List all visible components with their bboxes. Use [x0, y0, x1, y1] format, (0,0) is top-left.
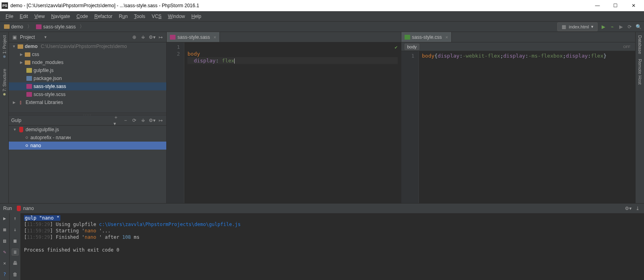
console-path[interactable]: c:\Users\zavvla\PhpstormProjects\demo\gu…	[99, 222, 241, 227]
settings-gear-icon[interactable]: ⚙▾	[149, 117, 155, 124]
tree-item-scss-style[interactable]: scss-style.scss	[9, 90, 166, 98]
folder-icon	[18, 44, 23, 49]
tab-label: sass-style.css	[412, 34, 442, 40]
sass-icon	[26, 84, 32, 89]
tool-structure-button[interactable]: 7: Structure	[2, 67, 7, 97]
debug-button[interactable]: ⌁	[609, 24, 615, 30]
gulp-task-autoprefix[interactable]: autoprefix - плагин	[9, 134, 166, 142]
js-icon	[26, 68, 32, 73]
project-tree[interactable]: ▼ demo C:\Users\zavvla\PhpstormProjects\…	[9, 42, 166, 113]
tab-close-icon[interactable]: ×	[445, 35, 448, 40]
menu-code[interactable]: Code	[73, 12, 91, 20]
stop-button[interactable]: ■	[1, 226, 8, 233]
run-title: Run	[3, 206, 12, 211]
update-project-button[interactable]: ⟳	[626, 24, 633, 30]
editor-tabs-left: sass-style.sass ×	[167, 32, 401, 42]
breadcrumb-file-label: sass-style.sass	[43, 24, 76, 30]
hide-panel-icon[interactable]: ↦	[158, 117, 164, 124]
tree-item-sass-style[interactable]: sass-style.sass	[9, 82, 166, 90]
tree-external-libraries[interactable]: ▶ ⫿ External Libraries	[9, 98, 166, 106]
tab-sass-style-css[interactable]: sass-style.css ×	[401, 32, 452, 42]
tab-label: sass-style.sass	[177, 34, 210, 40]
tree-item-node-modules[interactable]: ▶ node_modules	[9, 58, 166, 66]
tree-item-label: External Libraries	[26, 100, 63, 105]
tree-item-gulpfile[interactable]: gulpfile.js	[9, 66, 166, 74]
run-header: Run nano ⚙▾ ⤓	[0, 204, 644, 213]
up-stack-button[interactable]: ↑	[12, 215, 19, 222]
breadcrumb-project[interactable]: demo	[2, 23, 25, 30]
menu-run[interactable]: Run	[116, 12, 131, 20]
sass-icon	[36, 24, 42, 29]
menu-window[interactable]: Window	[165, 12, 188, 20]
close-window-button[interactable]: ✕	[624, 0, 642, 11]
coverage-button[interactable]: ▶	[618, 24, 624, 30]
close-tab-button[interactable]: ✕	[1, 260, 8, 267]
tree-item-label: gulpfile.js	[34, 68, 54, 73]
menu-vcs[interactable]: VCS	[148, 12, 165, 20]
scroll-to-source-icon[interactable]: ⊕	[131, 34, 138, 40]
breadcrumb-selector[interactable]: body	[405, 44, 420, 50]
gulp-task-tree[interactable]: ▼ demo\gulpfile.js autoprefix - плагин n…	[9, 126, 166, 203]
code-editor-right[interactable]: 1 body{display:-webkit-flex;display:-ms-…	[401, 51, 636, 203]
tool-database-button[interactable]: Database	[638, 34, 642, 56]
console-command: gulp "nano "	[24, 215, 60, 221]
gulp-task-nano[interactable]: nano	[9, 142, 166, 150]
down-stack-button[interactable]: ↓	[12, 226, 19, 233]
add-gulpfile-icon[interactable]: ＋▾	[114, 117, 120, 124]
editor-tabs-right: sass-style.css ×	[401, 32, 636, 42]
minimize-button[interactable]: —	[588, 0, 606, 11]
reload-tasks-icon[interactable]: ⟳	[131, 117, 138, 124]
scroll-to-end-button[interactable]: ≣	[12, 248, 19, 256]
expand-arrow-icon[interactable]: ▶	[19, 52, 23, 56]
menu-tools[interactable]: Tools	[131, 12, 148, 20]
right-tool-stripe: Database Remote Host	[635, 32, 644, 203]
inspection-off-label: OFF	[623, 45, 630, 49]
rerun-button[interactable]: ▶	[1, 215, 8, 222]
collapse-all-icon[interactable]: ≑	[140, 34, 146, 40]
dump-threads-button[interactable]: ▥	[1, 237, 8, 244]
tab-sass-style[interactable]: sass-style.sass ×	[167, 32, 220, 42]
expand-arrow-icon[interactable]: ▼	[13, 128, 17, 132]
tree-item-css[interactable]: ▶ css	[9, 50, 166, 58]
menu-view[interactable]: View	[31, 12, 48, 20]
console-output[interactable]: gulp "nano " [11:59:29] Using gulpfile c…	[21, 213, 644, 280]
menu-refactor[interactable]: Refactor	[91, 12, 116, 20]
soft-wrap-button[interactable]: ▦	[12, 237, 19, 244]
expand-arrow-icon[interactable]: ▼	[12, 44, 16, 48]
tool-project-button[interactable]: 1: Project	[2, 34, 7, 59]
expand-arrow-icon[interactable]: ▶	[19, 60, 23, 64]
tab-close-icon[interactable]: ×	[213, 35, 216, 40]
print-button[interactable]: 🖶	[12, 260, 19, 267]
menu-help[interactable]: Help	[188, 12, 205, 20]
menu-edit[interactable]: Edit	[16, 12, 31, 20]
hide-panel-icon[interactable]: ⤓	[634, 205, 641, 212]
run-config-select[interactable]: ▦ index.html ▼	[557, 22, 598, 31]
html-icon: ▦	[561, 24, 567, 30]
settings-gear-icon[interactable]: ⚙▾	[149, 34, 155, 40]
tree-item-package-json[interactable]: package.json	[9, 74, 166, 82]
code-editor-left[interactable]: 12 ✔body display: flex	[167, 42, 401, 203]
tool-remote-host-button[interactable]: Remote Host	[638, 57, 642, 86]
menu-file[interactable]: File	[2, 12, 16, 20]
help-button[interactable]: ?	[1, 271, 8, 278]
hide-panel-icon[interactable]: ↦	[158, 34, 164, 40]
maximize-button[interactable]: ☐	[606, 0, 624, 11]
remove-gulpfile-icon[interactable]: −	[122, 117, 129, 124]
gulp-task-label: nano	[30, 143, 41, 148]
breadcrumb-file[interactable]: sass-style.sass	[34, 23, 77, 30]
editor-left: sass-style.sass × 12 ✔body display: flex	[167, 32, 401, 203]
project-view-dropdown[interactable]: ▼	[44, 35, 47, 39]
restore-layout-button[interactable]: ✎	[1, 248, 8, 256]
settings-gear-icon[interactable]: ⚙▾	[625, 205, 631, 212]
tree-root[interactable]: ▼ demo C:\Users\zavvla\PhpstormProjects\…	[9, 42, 166, 50]
run-button[interactable]: ▶	[600, 24, 606, 30]
folder-icon	[25, 60, 30, 65]
menu-navigate[interactable]: Navigate	[48, 12, 73, 20]
collapse-all-icon[interactable]: ≑	[140, 117, 146, 124]
search-everywhere-button[interactable]: 🔍	[635, 24, 642, 30]
expand-arrow-icon[interactable]: ▶	[12, 100, 16, 104]
gulp-icon	[19, 127, 23, 132]
clear-all-button[interactable]: 🗑	[12, 271, 19, 278]
gulp-root[interactable]: ▼ demo\gulpfile.js	[9, 126, 166, 134]
project-panel-header: ▣ Project▼ ⊕ ≑ ⚙▾ ↦	[9, 32, 166, 42]
